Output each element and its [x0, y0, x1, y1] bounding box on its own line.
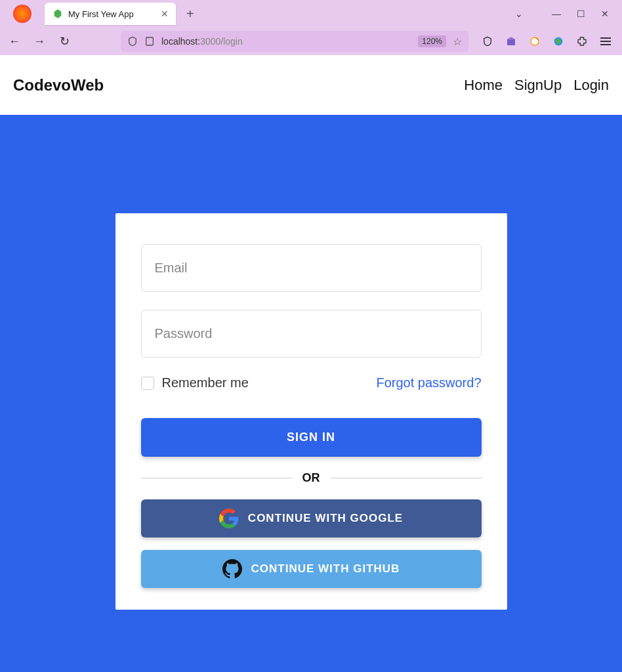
new-tab-button[interactable]: +: [186, 7, 194, 22]
minimize-button[interactable]: —: [552, 9, 561, 19]
yew-favicon-icon: [52, 9, 63, 19]
toolbar-right: [482, 35, 615, 47]
signin-button[interactable]: SIGN IN: [141, 418, 482, 457]
divider: OR: [141, 471, 482, 485]
nav-link-home[interactable]: Home: [464, 77, 503, 94]
svg-rect-1: [507, 39, 515, 45]
svg-marker-2: [507, 37, 515, 39]
extension-orange-icon[interactable]: [529, 35, 541, 47]
github-button-label: CONTINUE WITH GITHUB: [251, 562, 400, 576]
tab-title: My First Yew App: [68, 9, 156, 19]
remember-checkbox[interactable]: [141, 377, 154, 390]
google-signin-button[interactable]: CONTINUE WITH GOOGLE: [141, 499, 482, 537]
nav-link-login[interactable]: Login: [573, 77, 609, 94]
nav-links: Home SignUp Login: [464, 77, 609, 94]
shield-icon: [127, 36, 138, 47]
nav-link-signup[interactable]: SignUp: [514, 77, 562, 94]
url-text: localhost:3000/login: [161, 36, 411, 47]
maximize-button[interactable]: ☐: [577, 9, 585, 19]
back-button[interactable]: ←: [7, 35, 22, 49]
tabs-dropdown-icon[interactable]: ⌄: [515, 9, 523, 19]
brand-logo[interactable]: CodevoWeb: [13, 76, 104, 94]
browser-tab[interactable]: My First Yew App ×: [45, 3, 176, 25]
bookmark-star-icon[interactable]: ☆: [453, 35, 462, 48]
main-content: Remember me Forgot password? SIGN IN OR …: [0, 115, 622, 672]
password-field[interactable]: [141, 310, 482, 358]
page-header: CodevoWeb Home SignUp Login: [0, 55, 622, 115]
window-controls: ⌄ — ☐ ✕: [515, 9, 617, 19]
page-info-icon: [144, 36, 155, 47]
remember-row: Remember me Forgot password?: [141, 375, 482, 390]
forgot-password-link[interactable]: Forgot password?: [376, 375, 481, 390]
svg-rect-0: [146, 37, 154, 45]
github-signin-button[interactable]: CONTINUE WITH GITHUB: [141, 550, 482, 588]
firefox-logo-icon: [13, 5, 31, 23]
divider-text: OR: [302, 471, 320, 485]
address-bar-row: ← → ↻ localhost:3000/login 120% ☆: [0, 28, 622, 55]
extension-purple-icon[interactable]: [505, 35, 517, 47]
forward-button[interactable]: →: [31, 35, 47, 49]
extensions-icon[interactable]: [576, 35, 588, 47]
reload-button[interactable]: ↻: [56, 34, 72, 49]
google-icon: [219, 509, 239, 528]
zoom-badge[interactable]: 120%: [418, 35, 446, 47]
login-card: Remember me Forgot password? SIGN IN OR …: [115, 213, 507, 610]
github-icon: [222, 559, 242, 579]
menu-button[interactable]: [600, 35, 612, 47]
address-bar[interactable]: localhost:3000/login 120% ☆: [121, 31, 468, 52]
google-button-label: CONTINUE WITH GOOGLE: [248, 512, 403, 525]
tab-close-icon[interactable]: ×: [161, 7, 168, 21]
remember-label: Remember me: [162, 375, 249, 390]
close-window-button[interactable]: ✕: [601, 9, 609, 19]
tab-bar: My First Yew App × + ⌄ — ☐ ✕: [0, 0, 622, 28]
pocket-icon[interactable]: [482, 35, 493, 47]
browser-chrome: My First Yew App × + ⌄ — ☐ ✕ ← → ↻ local…: [0, 0, 622, 55]
email-field[interactable]: [141, 244, 482, 292]
extension-globe-icon[interactable]: [552, 35, 564, 47]
